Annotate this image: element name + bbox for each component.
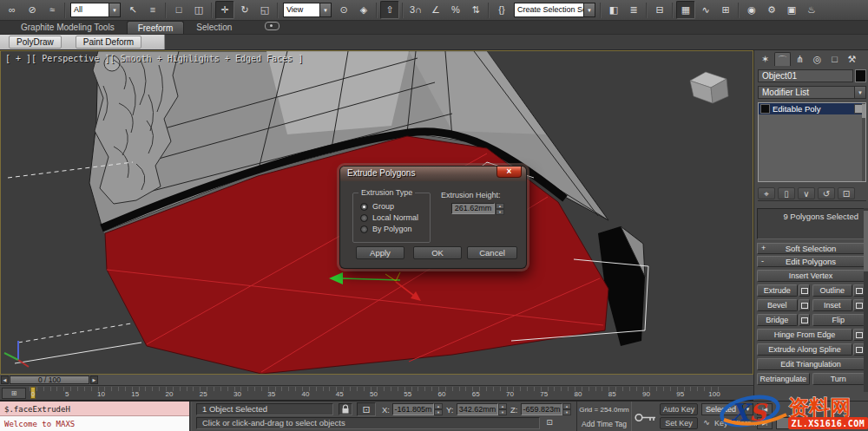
ribbon-tab-graphite-modeling-tools[interactable]: Graphite Modeling Tools <box>10 21 125 34</box>
apply-button[interactable]: Apply <box>356 246 404 259</box>
maxscript-listener-line[interactable]: Welcome to MAXS <box>0 416 189 431</box>
spinner-down-icon[interactable]: ▼ <box>434 409 443 415</box>
rollout-expand-icon[interactable]: + <box>761 244 766 253</box>
command-panel-tab-motion[interactable]: ◎ <box>809 52 825 66</box>
ok-button[interactable]: OK <box>413 246 462 259</box>
manage-layers-icon[interactable]: ⊟ <box>650 1 669 19</box>
ribbon-panel-paint-deform[interactable]: Paint Deform <box>76 36 141 49</box>
dropdown-arrow-icon[interactable]: ▼ <box>319 3 331 16</box>
extrude-button[interactable]: Extrude <box>757 284 798 297</box>
cancel-button[interactable]: Cancel <box>467 246 517 259</box>
configure-modifier-sets-icon[interactable]: ⊡ <box>838 187 855 199</box>
close-icon[interactable]: × <box>496 167 522 178</box>
rollout-soft-selection[interactable]: + Soft Selection <box>757 243 865 254</box>
time-slider[interactable]: 0 / 100 <box>10 375 89 384</box>
edit-triangulation-button[interactable]: Edit Triangulation <box>757 358 865 370</box>
unlink-selection-icon[interactable]: ⊘ <box>23 1 42 19</box>
track-bar[interactable]: ⊞ 05101520253035404550556065707580859095… <box>0 387 753 401</box>
ribbon-tab-selection[interactable]: Selection <box>186 21 242 34</box>
select-by-name-icon[interactable]: ≡ <box>143 1 162 19</box>
modifier-list-dropdown[interactable]: Modifier List ▼ <box>758 86 866 99</box>
spinner-up-icon[interactable]: ▲ <box>498 403 507 409</box>
snaps-toggle-3d-icon[interactable]: 3∩ <box>406 1 425 19</box>
flip-button[interactable]: Flip <box>812 314 865 326</box>
reference-coordinate-system-dropdown[interactable]: View▼ <box>283 3 332 17</box>
next-frame-button[interactable]: ▶ <box>90 375 98 384</box>
curve-editor-icon[interactable]: ∿ <box>696 1 715 19</box>
bridge-settings-button[interactable] <box>799 314 810 326</box>
stack-scrollbar-thumb[interactable] <box>862 104 865 118</box>
spinner-up-icon[interactable]: ▲ <box>434 403 443 409</box>
command-panel-scrollbar-thumb[interactable] <box>864 211 868 271</box>
remove-modifier-icon[interactable]: ↺ <box>818 187 835 199</box>
spinner-down-icon[interactable]: ▼ <box>562 409 571 415</box>
set-key-button[interactable]: Set Key <box>660 417 698 429</box>
y-coordinate-field[interactable]: 342.62mm <box>457 403 498 415</box>
spinner-snap-toggle-icon[interactable]: ⇅ <box>466 1 485 19</box>
render-setup-icon[interactable]: ⚙ <box>762 1 781 19</box>
radio-dot-local-normal[interactable] <box>360 214 368 222</box>
select-and-manipulate-icon[interactable]: ◈ <box>354 1 373 19</box>
z-coordinate-field[interactable]: -659.823m <box>521 403 562 415</box>
ribbon-panel-polydraw[interactable]: PolyDraw <box>9 36 62 49</box>
time-tag-icon[interactable]: ⊡ <box>543 417 556 429</box>
radio-dot-by-polygon[interactable] <box>360 225 368 233</box>
maxscript-mini-listener[interactable]: $.faceExtrudeH Welcome to MAXS <box>0 402 189 431</box>
previous-frame-button[interactable]: ◀ <box>1 375 9 384</box>
command-panel-tab-utilities[interactable]: ⚒ <box>844 52 860 66</box>
ribbon-minimize-icon[interactable] <box>265 22 279 30</box>
window-crossing-toggle-icon[interactable]: ◫ <box>189 1 208 19</box>
show-end-result-icon[interactable]: ▯ <box>778 187 795 199</box>
x-coordinate-spinner[interactable]: ▲▼ <box>434 403 443 415</box>
graphite-modeling-tools-toggle-icon[interactable]: ▦ <box>676 1 695 19</box>
selection-lock-toggle[interactable] <box>339 403 352 415</box>
mirror-icon[interactable]: ◧ <box>604 1 623 19</box>
select-object-icon[interactable]: ↖ <box>123 1 142 19</box>
rollout-edit-polygons[interactable]: - Edit Polygons <box>757 256 865 267</box>
selection-filter-dropdown[interactable]: All▼ <box>70 3 121 17</box>
percent-snap-toggle-icon[interactable]: % <box>446 1 465 19</box>
select-and-link-icon[interactable]: ∞ <box>3 1 22 19</box>
radio-option-local-normal[interactable]: Local Normal <box>360 213 418 222</box>
extrusion-height-spinner[interactable]: ▲ ▼ <box>496 203 504 214</box>
spinner-up-icon[interactable]: ▲ <box>496 203 504 209</box>
hinge-from-edge-button[interactable]: Hinge From Edge <box>757 329 852 341</box>
spinner-down-icon[interactable]: ▼ <box>498 409 507 415</box>
radio-dot-group[interactable] <box>360 203 368 211</box>
bevel-settings-button[interactable] <box>799 299 810 311</box>
viewport-menu-general[interactable]: [ + ] <box>5 54 31 63</box>
edit-named-selection-sets-icon[interactable]: {} <box>492 1 511 19</box>
absolute-offset-toggle[interactable]: ⊡ <box>357 402 376 416</box>
stack-item-editable-poly[interactable]: Editable Poly <box>759 103 865 114</box>
command-panel-scrollbar[interactable] <box>864 208 868 392</box>
spinner-down-icon[interactable]: ▼ <box>496 209 504 215</box>
x-coordinate-field[interactable]: -161.805m <box>392 403 434 415</box>
inset-button[interactable]: Inset <box>812 299 853 311</box>
rectangular-selection-region-icon[interactable]: □ <box>169 1 188 19</box>
set-keys-button[interactable] <box>635 411 657 427</box>
command-panel-tab-display[interactable]: □ <box>826 52 843 66</box>
align-icon[interactable]: ≣ <box>624 1 643 19</box>
open-mini-curve-editor-button[interactable]: ⊞ <box>2 388 26 399</box>
rendered-frame-window-icon[interactable]: ▣ <box>782 1 801 19</box>
viewport-menu-pov[interactable]: [ Perspective ] <box>31 54 109 63</box>
bevel-button[interactable]: Bevel <box>757 299 798 311</box>
material-editor-icon[interactable]: ◉ <box>742 1 761 19</box>
object-color-swatch[interactable] <box>855 69 866 82</box>
z-coordinate-spinner[interactable]: ▲▼ <box>562 403 571 415</box>
rollout-collapse-icon[interactable]: - <box>761 257 764 266</box>
add-time-tag-button[interactable]: Add Time Tag <box>577 420 631 428</box>
named-selection-sets-dropdown[interactable]: Create Selection Se▼ <box>514 3 595 17</box>
bridge-button[interactable]: Bridge <box>757 314 798 326</box>
maxscript-macro-line[interactable]: $.faceExtrudeH <box>0 402 189 416</box>
command-panel-tab-create[interactable]: ✶ <box>757 52 773 66</box>
extrude-settings-button[interactable] <box>799 284 810 297</box>
y-coordinate-spinner[interactable]: ▲▼ <box>498 403 507 415</box>
dropdown-arrow-icon[interactable]: ▼ <box>583 3 595 16</box>
command-panel-tab-hierarchy[interactable]: ⋔ <box>792 52 808 66</box>
outline-button[interactable]: Outline <box>812 284 853 297</box>
insert-vertex-button[interactable]: Insert Vertex <box>757 270 865 282</box>
object-name-field[interactable]: Object01 <box>758 69 853 82</box>
retriangulate-button[interactable]: Retriangulate <box>757 373 810 385</box>
render-production-icon[interactable]: ♨ <box>802 1 821 19</box>
